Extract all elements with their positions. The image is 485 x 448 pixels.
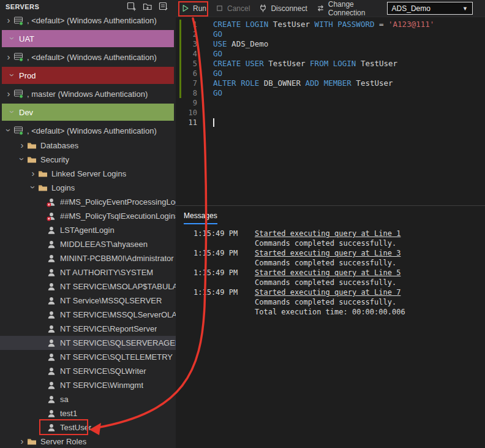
chevron-right-icon[interactable]: › bbox=[4, 15, 13, 25]
tree-item-login[interactable]: NT SERVICE\ReportServer bbox=[0, 322, 176, 336]
code-line[interactable]: 7ALTER ROLE DB_OWNER ADD MEMBER TestUser bbox=[176, 78, 485, 88]
chevron-expanded-icon[interactable]: › bbox=[8, 107, 17, 116]
tab-messages[interactable]: Messages bbox=[184, 211, 217, 224]
chevron-expanded-icon[interactable]: › bbox=[18, 154, 27, 164]
tree-item-login[interactable]: MININT-PCBBM0I\Administrator bbox=[0, 251, 176, 265]
line-number: 2 bbox=[181, 29, 197, 39]
tree-item-server[interactable]: › , master (Windows Authentication) bbox=[0, 86, 176, 102]
message-entry: Commands completed successfully. bbox=[194, 278, 485, 287]
tree-item-login[interactable]: NT SERVICE\Winmgmt bbox=[0, 378, 176, 392]
folder-icon bbox=[27, 141, 37, 151]
line-number: 1 bbox=[181, 20, 197, 29]
chevron-right-icon[interactable]: › bbox=[28, 169, 38, 178]
user-icon bbox=[47, 310, 56, 320]
run-button[interactable]: Run bbox=[181, 4, 206, 13]
message-total: Total execution time: 00:00:00.006 bbox=[194, 307, 485, 317]
new-connection-icon[interactable] bbox=[127, 2, 137, 12]
user-icon bbox=[47, 282, 56, 292]
chevron-right-icon[interactable]: › bbox=[17, 140, 27, 150]
message-result: Commands completed successfully. bbox=[255, 258, 396, 268]
results-tab-bar: Messages bbox=[176, 206, 485, 224]
code-text: GO bbox=[213, 49, 222, 59]
server-group-prod[interactable]: › Prod bbox=[0, 65, 176, 86]
cancel-button[interactable]: Cancel bbox=[215, 4, 250, 13]
tree-item-login[interactable]: ##MS_PolicyTsqlExecutionLogin## bbox=[0, 209, 176, 223]
tree-item-server[interactable]: › , <default> (Windows Authentication) bbox=[0, 123, 176, 139]
tree-item-login-selected[interactable]: NT SERVICE\SQLSERVERAGENT bbox=[0, 336, 176, 350]
tree-item-linked-server-logins[interactable]: › Linked Server Logins bbox=[0, 167, 176, 181]
message-link[interactable]: Started executing query at Line 5 bbox=[255, 268, 400, 278]
messages-panel: Messages 1:15:49 PM Started executing qu… bbox=[176, 205, 485, 448]
code-line[interactable]: 2GO bbox=[176, 29, 485, 39]
tree-item-login[interactable]: MIDDLEEAST\ahyaseen bbox=[0, 237, 176, 251]
folder-icon bbox=[27, 155, 37, 165]
tree-item-server-roles[interactable]: › Server Roles bbox=[0, 435, 176, 448]
chevron-down-icon: ▼ bbox=[462, 6, 468, 12]
chevron-right-icon[interactable]: › bbox=[4, 89, 13, 98]
message-result: Commands completed successfully. bbox=[255, 278, 396, 287]
folder-icon bbox=[38, 183, 48, 193]
tree-item-login[interactable]: test1 bbox=[0, 406, 176, 420]
tree-item-login[interactable]: NT AUTHORITY\SYSTEM bbox=[0, 265, 176, 279]
message-link[interactable]: Started executing query at Line 3 bbox=[255, 248, 400, 258]
chevron-expanded-icon[interactable]: › bbox=[8, 33, 17, 43]
chevron-expanded-icon[interactable]: › bbox=[4, 125, 13, 135]
code-line[interactable]: 10 bbox=[176, 108, 485, 118]
message-entry: Commands completed successfully. bbox=[194, 238, 485, 248]
code-line[interactable]: 9 bbox=[176, 98, 485, 108]
tree-item-login[interactable]: LSTAgentLogin bbox=[0, 223, 176, 237]
disconnect-button[interactable]: Disconnect bbox=[258, 4, 307, 13]
code-text: CREATE LOGIN TestUser WITH PASSWORD = 'A… bbox=[213, 20, 434, 29]
code-line[interactable]: 4GO bbox=[176, 49, 485, 59]
tree-item-server[interactable]: › , <default> (Windows Authentication) bbox=[0, 13, 176, 28]
servers-panel-actions bbox=[127, 2, 168, 12]
plug-icon bbox=[258, 4, 268, 13]
line-number: 5 bbox=[181, 59, 197, 69]
tree-item-logins[interactable]: › Logins bbox=[0, 181, 176, 195]
user-icon bbox=[47, 254, 56, 264]
tree-item-login[interactable]: NT SERVICE\MSOLAP$TABULAR bbox=[0, 279, 176, 294]
message-entry: Commands completed successfully. bbox=[194, 297, 485, 307]
database-dropdown[interactable]: ADS_Demo ▼ bbox=[387, 2, 473, 15]
disconnect-button-label: Disconnect bbox=[271, 4, 307, 13]
chevron-right-icon[interactable]: › bbox=[4, 52, 13, 61]
message-link[interactable]: Started executing query at Line 7 bbox=[255, 287, 400, 297]
servers-tree[interactable]: › , <default> (Windows Authentication) ›… bbox=[0, 13, 176, 448]
sql-editor[interactable]: 1CREATE LOGIN TestUser WITH PASSWORD = '… bbox=[176, 17, 485, 205]
total-execution-time: Total execution time: 00:00:00.006 bbox=[255, 307, 405, 317]
code-text: GO bbox=[213, 69, 222, 78]
azure-data-studio-window: SERVERS › , <default> (Windows Authentic… bbox=[0, 0, 485, 448]
chevron-expanded-icon[interactable]: › bbox=[29, 183, 38, 192]
tree-item-login[interactable]: sa bbox=[0, 392, 176, 406]
tree-item-login[interactable]: NT SERVICE\MSSQLServerOLAPS... bbox=[0, 308, 176, 322]
tree-item-server[interactable]: › , <default> (Windows Authentication) bbox=[0, 49, 176, 65]
active-connections-icon[interactable] bbox=[159, 2, 168, 12]
code-line[interactable]: 3USE ADS_Demo bbox=[176, 39, 485, 49]
tree-item-databases[interactable]: › Databases bbox=[0, 139, 176, 153]
server-group-uat[interactable]: › UAT bbox=[0, 28, 176, 49]
message-link[interactable]: Started executing query at Line 1 bbox=[255, 229, 400, 238]
code-line[interactable]: 6GO bbox=[176, 69, 485, 78]
code-line[interactable]: 5CREATE USER TestUser FROM LOGIN TestUse… bbox=[176, 59, 485, 69]
query-toolbar: Run Cancel Disconnect Change Connection … bbox=[176, 0, 485, 17]
new-server-group-icon[interactable] bbox=[143, 2, 152, 12]
user-disabled-icon bbox=[47, 211, 56, 221]
tree-item-security[interactable]: › Security bbox=[0, 153, 176, 167]
line-number: 3 bbox=[181, 39, 197, 49]
message-timestamp: 1:15:49 PM bbox=[194, 248, 255, 258]
server-icon bbox=[13, 16, 23, 26]
code-line[interactable]: 11 bbox=[176, 118, 485, 127]
change-connection-button[interactable]: Change Connection bbox=[316, 0, 378, 17]
code-text: USE ADS_Demo bbox=[213, 39, 268, 49]
tree-item-login[interactable]: ##MS_PolicyEventProcessingLogi... bbox=[0, 195, 176, 209]
swap-arrows-icon bbox=[316, 4, 325, 13]
chevron-expanded-icon[interactable]: › bbox=[8, 70, 17, 80]
tree-item-login[interactable]: NT SERVICE\SQLWriter bbox=[0, 364, 176, 378]
tree-item-login[interactable]: NT Service\MSSQLSERVER bbox=[0, 294, 176, 308]
server-group-dev[interactable]: › Dev bbox=[0, 102, 176, 123]
code-line[interactable]: 1CREATE LOGIN TestUser WITH PASSWORD = '… bbox=[176, 20, 485, 29]
tree-item-login[interactable]: NT SERVICE\SQLTELEMETRY bbox=[0, 350, 176, 364]
code-line[interactable]: 8GO bbox=[176, 88, 485, 98]
tree-item-login-testuser[interactable]: TestUser bbox=[0, 420, 176, 435]
chevron-right-icon[interactable]: › bbox=[17, 436, 27, 446]
